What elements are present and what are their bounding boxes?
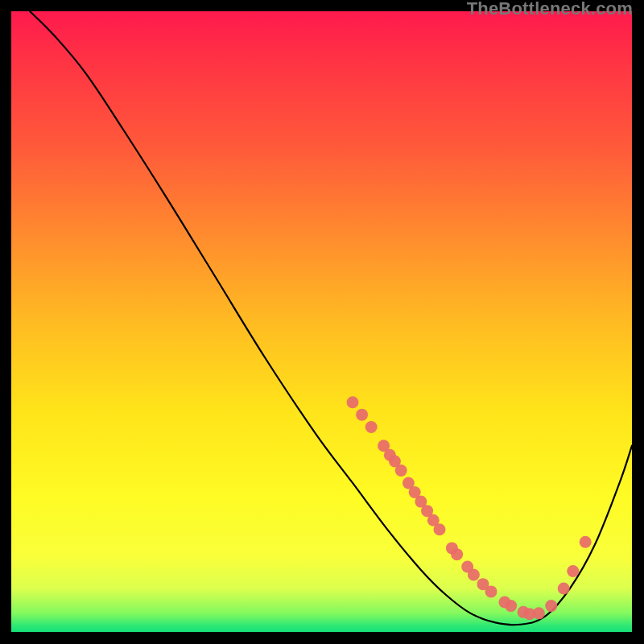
svg-point-15 (461, 561, 473, 573)
svg-point-2 (365, 421, 378, 433)
data-dots (347, 396, 592, 620)
svg-point-13 (446, 542, 458, 554)
svg-point-7 (402, 477, 415, 489)
svg-point-22 (523, 608, 535, 620)
svg-point-1 (356, 409, 368, 421)
svg-point-9 (415, 496, 427, 508)
svg-point-19 (498, 596, 510, 608)
svg-point-3 (378, 440, 390, 452)
svg-point-18 (485, 585, 497, 597)
svg-point-6 (395, 464, 407, 477)
svg-point-25 (558, 583, 570, 595)
svg-point-17 (477, 578, 489, 590)
curve-line (30, 11, 632, 625)
svg-point-0 (347, 396, 359, 408)
svg-point-4 (384, 449, 396, 461)
svg-point-16 (468, 569, 480, 581)
svg-point-27 (580, 536, 592, 548)
chart-svg (11, 11, 632, 632)
svg-point-14 (451, 548, 463, 560)
svg-point-12 (433, 523, 445, 535)
svg-point-23 (533, 607, 545, 619)
svg-point-24 (545, 600, 557, 612)
svg-point-26 (567, 565, 579, 577)
svg-point-11 (427, 514, 440, 526)
svg-point-8 (409, 486, 421, 498)
watermark-text: TheBottleneck.com (467, 0, 633, 19)
chart-area (11, 11, 632, 632)
svg-point-21 (518, 606, 530, 618)
svg-point-10 (421, 505, 433, 517)
svg-point-5 (389, 455, 401, 467)
svg-point-20 (505, 600, 517, 612)
